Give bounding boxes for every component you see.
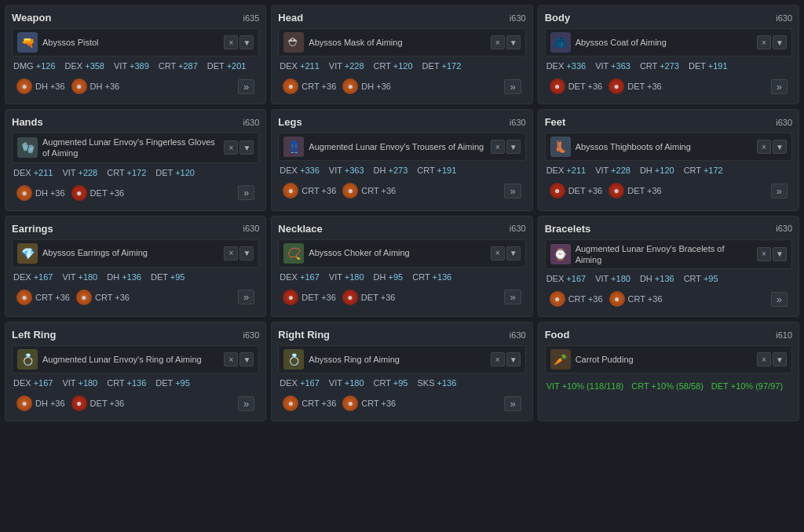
stat-weapon-0: DMG +126 bbox=[13, 61, 56, 71]
materia-icon-necklace-0: ● bbox=[283, 290, 298, 305]
item-name-head: Abyssos Mask of Aiming bbox=[309, 37, 485, 48]
materia-more-body[interactable]: » bbox=[771, 79, 788, 94]
materia-more-weapon[interactable]: » bbox=[238, 79, 254, 94]
stat-hands-1: VIT +228 bbox=[62, 168, 97, 177]
stats-row-bracelets: DEX +167VIT +180DH +136CRT +95 bbox=[545, 274, 792, 283]
materia-more-hands[interactable]: » bbox=[238, 185, 254, 200]
materia-icon-left-ring-1: ● bbox=[71, 395, 87, 411]
close-button-necklace[interactable]: × bbox=[491, 246, 505, 261]
stat-hands-2: CRT +172 bbox=[107, 168, 146, 177]
materia-row-weapon: ●DH +36●DH +36» bbox=[12, 75, 259, 97]
item-icon-left-ring: 💍 bbox=[17, 349, 38, 370]
expand-button-right-ring[interactable]: ▼ bbox=[506, 352, 521, 366]
expand-button-earrings[interactable]: ▼ bbox=[239, 246, 254, 261]
materia-slot-hands-1: ●DET +36 bbox=[71, 185, 125, 201]
materia-slot-head-1: ●DH +36 bbox=[342, 78, 391, 94]
materia-more-earrings[interactable]: » bbox=[238, 290, 254, 304]
slot-title-earrings: Earrings bbox=[12, 223, 53, 235]
materia-more-right-ring[interactable]: » bbox=[504, 396, 521, 411]
item-name-food: Carrot Pudding bbox=[576, 354, 752, 365]
materia-icon-hands-1: ● bbox=[71, 185, 87, 201]
close-button-head[interactable]: × bbox=[491, 35, 505, 49]
close-button-feet[interactable]: × bbox=[757, 140, 771, 154]
item-icon-right-ring: 💍 bbox=[283, 349, 304, 370]
expand-button-hands[interactable]: ▼ bbox=[239, 140, 254, 155]
expand-button-head[interactable]: ▼ bbox=[506, 35, 521, 49]
materia-label-head-0: CRT +36 bbox=[302, 82, 336, 91]
slot-header-body: Bodyi630 bbox=[545, 12, 792, 24]
expand-button-weapon[interactable]: ▼ bbox=[239, 35, 254, 49]
stat-head-2: CRT +120 bbox=[374, 61, 413, 71]
slot-ilvl-necklace: i630 bbox=[510, 224, 526, 233]
materia-slot-necklace-0: ●DET +36 bbox=[283, 290, 336, 305]
materia-label-feet-0: DET +36 bbox=[568, 186, 603, 195]
materia-icon-body-1: ● bbox=[608, 78, 624, 94]
stat-right-ring-2: CRT +95 bbox=[374, 378, 408, 388]
close-button-food[interactable]: × bbox=[757, 352, 771, 366]
expand-button-food[interactable]: ▼ bbox=[773, 352, 787, 366]
close-button-body[interactable]: × bbox=[757, 35, 771, 49]
item-row-left-ring: 💍Augmented Lunar Envoy's Ring of Aiming×… bbox=[12, 345, 259, 373]
expand-button-body[interactable]: ▼ bbox=[773, 35, 787, 49]
stat-body-2: CRT +273 bbox=[640, 61, 679, 71]
materia-more-left-ring[interactable]: » bbox=[238, 396, 254, 411]
item-row-earrings: 💎Abyssos Earrings of Aiming×▼ bbox=[12, 239, 259, 268]
slot-title-bracelets: Bracelets bbox=[545, 223, 591, 235]
close-button-earrings[interactable]: × bbox=[224, 246, 238, 261]
slot-ilvl-earrings: i630 bbox=[243, 224, 260, 233]
item-name-necklace: Abyssos Choker of Aiming bbox=[309, 247, 485, 258]
materia-label-necklace-1: DET +36 bbox=[361, 293, 396, 302]
stat-body-0: DEX +336 bbox=[546, 61, 586, 71]
materia-slot-bracelets-1: ●CRT +36 bbox=[609, 291, 663, 307]
slot-header-left-ring: Left Ringi630 bbox=[12, 329, 259, 341]
stat-earrings-1: VIT +180 bbox=[62, 272, 97, 282]
close-button-hands[interactable]: × bbox=[224, 140, 238, 155]
slot-header-earrings: Earringsi630 bbox=[12, 223, 259, 235]
slot-ilvl-right-ring: i630 bbox=[510, 330, 526, 340]
materia-label-necklace-0: DET +36 bbox=[302, 293, 336, 302]
stat-legs-3: CRT +191 bbox=[417, 166, 456, 175]
close-button-left-ring[interactable]: × bbox=[224, 352, 238, 366]
close-button-weapon[interactable]: × bbox=[224, 35, 238, 49]
slot-card-body: Bodyi630🧥Abyssos Coat of Aiming×▼DEX +33… bbox=[538, 5, 799, 104]
item-icon-hands: 🧤 bbox=[17, 137, 38, 158]
materia-label-legs-1: CRT +36 bbox=[361, 186, 396, 195]
stats-row-legs: DEX +336VIT +363DH +273CRT +191 bbox=[278, 166, 525, 175]
slot-title-weapon: Weapon bbox=[12, 12, 51, 24]
materia-slot-left-ring-0: ●DH +36 bbox=[16, 395, 65, 411]
slot-title-left-ring: Left Ring bbox=[12, 329, 56, 341]
item-row-feet: 👢Abyssos Thighboots of Aiming×▼ bbox=[545, 133, 792, 161]
expand-button-left-ring[interactable]: ▼ bbox=[239, 352, 254, 366]
expand-button-bracelets[interactable]: ▼ bbox=[773, 247, 787, 261]
materia-label-right-ring-1: CRT +36 bbox=[361, 399, 396, 408]
slot-ilvl-body: i630 bbox=[776, 13, 792, 23]
expand-button-feet[interactable]: ▼ bbox=[773, 140, 787, 154]
slot-card-feet: Feeti630👢Abyssos Thighboots of Aiming×▼D… bbox=[538, 109, 799, 211]
item-icon-bracelets: ⌚ bbox=[550, 244, 571, 264]
item-icon-legs: 👖 bbox=[283, 137, 304, 157]
materia-more-legs[interactable]: » bbox=[504, 184, 521, 199]
expand-button-necklace[interactable]: ▼ bbox=[506, 246, 521, 261]
materia-row-necklace: ●DET +36●DET +36» bbox=[278, 286, 525, 308]
item-controls-left-ring: ×▼ bbox=[224, 352, 254, 366]
slot-card-bracelets: Braceletsi630⌚Augmented Lunar Envoy's Br… bbox=[538, 216, 799, 318]
close-button-legs[interactable]: × bbox=[491, 140, 505, 154]
stats-row-body: DEX +336VIT +363CRT +273DET +191 bbox=[545, 61, 792, 71]
materia-more-bracelets[interactable]: » bbox=[771, 292, 788, 307]
stat-necklace-3: CRT +136 bbox=[412, 272, 451, 282]
close-button-right-ring[interactable]: × bbox=[491, 352, 505, 366]
materia-more-feet[interactable]: » bbox=[771, 184, 788, 199]
close-button-bracelets[interactable]: × bbox=[757, 247, 771, 261]
stat-left-ring-1: VIT +180 bbox=[62, 378, 97, 388]
slot-ilvl-left-ring: i630 bbox=[243, 330, 260, 340]
stat-left-ring-2: CRT +136 bbox=[107, 378, 146, 388]
stat-bracelets-1: VIT +180 bbox=[595, 274, 630, 283]
stat-hands-3: DET +120 bbox=[155, 168, 195, 177]
food-stat-2: DET +10% (97/97) bbox=[711, 381, 783, 391]
materia-more-head[interactable]: » bbox=[504, 79, 521, 94]
expand-button-legs[interactable]: ▼ bbox=[506, 140, 521, 154]
item-row-bracelets: ⌚Augmented Lunar Envoy's Bracelets of Ai… bbox=[545, 239, 792, 270]
stat-right-ring-3: SKS +136 bbox=[418, 378, 457, 388]
stat-weapon-3: CRT +287 bbox=[159, 61, 198, 71]
materia-more-necklace[interactable]: » bbox=[504, 290, 521, 304]
